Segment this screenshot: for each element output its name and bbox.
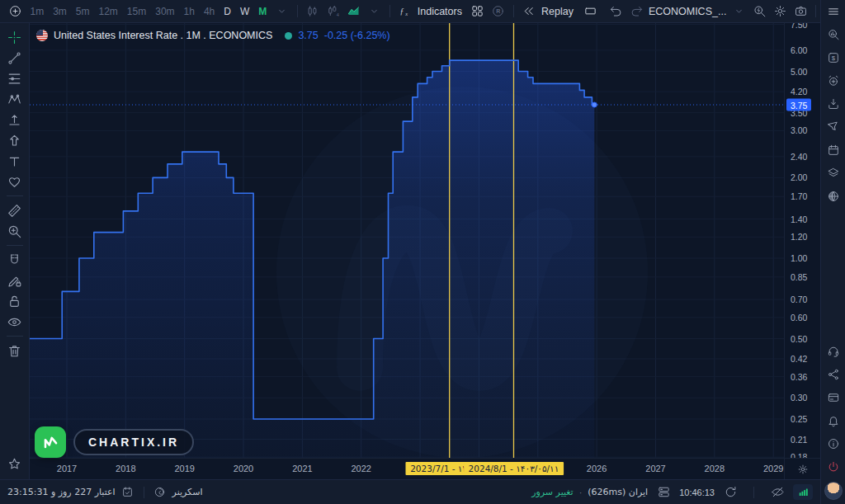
measure-ruler-icon[interactable]: [5, 201, 25, 219]
price-tick: 1.40: [791, 214, 807, 224]
symbol-legend[interactable]: United States Interest Rate . 1M . ECONO…: [36, 30, 390, 41]
replay-label: Replay: [541, 6, 574, 17]
timeframe-w[interactable]: W: [235, 2, 253, 21]
price-tick: 0.50: [791, 334, 807, 344]
economic-calendar-icon[interactable]: [824, 142, 843, 158]
fib-lines-icon[interactable]: [5, 69, 25, 87]
candles-style-icon[interactable]: [303, 2, 323, 21]
axis-gear-icon[interactable]: [793, 460, 813, 478]
year-tick: 2026: [587, 464, 607, 473]
year-tick: 2027: [645, 464, 665, 473]
timeframe-12m[interactable]: 12m: [94, 2, 122, 21]
layout-grid-icon[interactable]: [468, 2, 488, 21]
settings-gear-icon[interactable]: [770, 2, 790, 21]
validity-text: اعتبار 227 روز و 23:15:31: [7, 487, 116, 497]
divider: [753, 487, 754, 498]
payments-card-icon[interactable]: [824, 389, 843, 406]
position-tool-icon[interactable]: [5, 111, 25, 129]
redo-icon[interactable]: [627, 2, 647, 21]
eye-off-icon[interactable]: [767, 483, 787, 502]
notifications-bell-icon[interactable]: [824, 412, 843, 429]
screenshot-camera-icon[interactable]: [791, 2, 810, 21]
remove-drawings-icon[interactable]: [5, 341, 25, 360]
quick-search-icon[interactable]: [749, 2, 769, 21]
timeframe-menu-chevron-icon[interactable]: [272, 2, 292, 21]
alerts-add-icon[interactable]: [824, 73, 843, 89]
price-tick: 0.36: [791, 372, 807, 382]
indicators-button[interactable]: ƒx Indicators: [395, 2, 462, 21]
add-symbol-icon[interactable]: [5, 2, 25, 21]
share-icon[interactable]: [824, 366, 843, 383]
chartix-logo-icon: [35, 426, 66, 458]
magnet-icon[interactable]: [5, 251, 25, 269]
server-clock: 10:46:13: [679, 488, 715, 497]
price-tick: 0.42: [791, 354, 807, 364]
server-icon: [654, 483, 673, 502]
year-tick: 2017: [57, 464, 77, 473]
time-axis[interactable]: 2017201820192020202120222023202420252026…: [30, 458, 784, 480]
panel-menu-icon[interactable]: [824, 3, 843, 20]
lock-all-drawings-icon[interactable]: [5, 292, 25, 310]
change-server-link[interactable]: تغییر سرور: [531, 487, 573, 497]
emoji-heart-icon[interactable]: [5, 172, 25, 191]
timeframe-selector: 1m3m5m12m15m30m1h4hDWM: [26, 2, 271, 21]
filter-icon[interactable]: [824, 119, 843, 135]
pricing-icon[interactable]: $: [824, 49, 843, 66]
timeframe-15m[interactable]: 15m: [122, 2, 150, 21]
price-axis[interactable]: 7.506.005.004.203.503.002.402.001.701.40…: [784, 23, 821, 458]
layout-chevron-icon: [729, 2, 748, 21]
refresh-icon[interactable]: [720, 483, 740, 502]
connection-status-group: تغییر سرور · ایران (626ms) 10:46:13: [531, 483, 813, 502]
connection-quality[interactable]: [793, 484, 813, 500]
info-icon[interactable]: [824, 436, 843, 452]
replay-button[interactable]: Replay: [519, 2, 574, 21]
bar-select-icon[interactable]: [581, 2, 601, 21]
timeframe-4h[interactable]: 4h: [199, 2, 219, 21]
sidebar-top-group: $: [824, 26, 843, 205]
data-export-icon[interactable]: [824, 96, 843, 112]
sidebar-bottom-group: [824, 343, 843, 475]
price-tick: 0.70: [791, 294, 807, 304]
logout-power-icon[interactable]: [824, 459, 843, 475]
layouts-layers-icon[interactable]: [824, 165, 843, 181]
timeframe-m[interactable]: M: [254, 2, 271, 21]
trend-line-icon[interactable]: [5, 49, 25, 67]
arrow-up-icon[interactable]: [5, 131, 25, 149]
chart-style-chevron-icon[interactable]: [365, 2, 385, 21]
divider: [7, 195, 23, 196]
price-chart[interactable]: [30, 23, 784, 458]
status-bar: اعتبار 227 روز و 23:15:31 اسکرینر تغییر …: [0, 479, 820, 504]
candles-alt-style-icon[interactable]: 4: [323, 2, 343, 21]
zoom-in-icon[interactable]: [5, 222, 25, 240]
area-chart-style-icon[interactable]: [344, 2, 364, 21]
support-headset-icon[interactable]: [824, 343, 843, 360]
drawing-edit-lock-icon[interactable]: [5, 271, 25, 290]
xabcd-pattern-icon[interactable]: [5, 90, 25, 108]
crosshair-icon[interactable]: [5, 28, 25, 46]
chart-area[interactable]: 7.506.005.004.203.503.002.402.001.701.40…: [30, 23, 820, 479]
text-tool-icon[interactable]: [5, 152, 25, 170]
undo-icon[interactable]: [607, 2, 626, 21]
account-validity: اعتبار 227 روز و 23:15:31: [7, 483, 136, 502]
timeframe-30m[interactable]: 30m: [151, 2, 179, 21]
timeframe-3m[interactable]: 3m: [49, 2, 72, 21]
favorites-star-icon[interactable]: [5, 455, 25, 473]
year-tick: 2029: [763, 464, 783, 473]
timeframe-1h[interactable]: 1h: [179, 2, 199, 21]
screener-button[interactable]: اسکرینر: [152, 483, 203, 502]
market-screener-icon[interactable]: [824, 26, 843, 43]
timeframe-d[interactable]: D: [220, 2, 236, 21]
user-avatar[interactable]: [824, 482, 843, 500]
timeframe-5m[interactable]: 5m: [71, 2, 94, 21]
timeframe-1m[interactable]: 1m: [26, 2, 49, 21]
divider: [144, 487, 144, 498]
axis-settings-corner[interactable]: [784, 458, 821, 480]
hide-drawings-icon[interactable]: [5, 313, 25, 331]
date-marker-label: 2024/8/1 - ۱۴۰۳/۰۵/۱۱: [464, 462, 564, 475]
calendar-check-icon: [120, 483, 136, 502]
web-globe-icon[interactable]: [824, 188, 843, 205]
layout-name: ECONOMICS_...: [649, 6, 726, 17]
r-badge-icon[interactable]: R: [489, 2, 508, 21]
layout-name-button[interactable]: ECONOMICS_...: [649, 2, 748, 21]
year-tick: 2020: [234, 464, 253, 473]
